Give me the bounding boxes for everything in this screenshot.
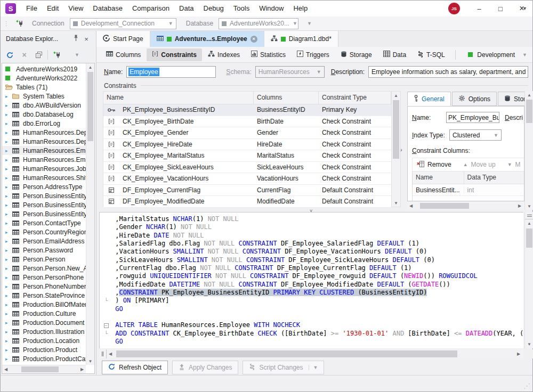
object-tab-triggers[interactable]: Triggers (292, 48, 335, 61)
expand-chevron-icon[interactable]: ▸ (5, 121, 12, 126)
remove-column-button[interactable]: Remove (413, 158, 456, 171)
environment-select[interactable]: Development▼ (468, 51, 532, 59)
tree-item[interactable]: ▸Person.Password (2, 246, 86, 255)
description-select[interactable]: Employee information such as salary, dep… (368, 66, 528, 78)
tree-item[interactable]: ▸dbo.AWBuildVersion (2, 101, 86, 110)
close-tab-icon[interactable]: × (251, 36, 257, 43)
tree-item[interactable]: ▸Production.Document (2, 318, 86, 327)
pin-icon[interactable] (70, 35, 81, 43)
tree-item[interactable]: ▸Person.ContactType (2, 218, 86, 227)
column-header[interactable]: Name (103, 92, 254, 104)
tree-item[interactable]: ▸HumanResources.Depar (2, 137, 86, 146)
expand-chevron-icon[interactable]: ▸ (5, 320, 12, 325)
scroll-left-icon[interactable]: ◀ (2, 367, 10, 372)
expand-chevron-icon[interactable]: ▸ (5, 94, 12, 99)
tree-item[interactable]: ▸dbo.DatabaseLog (2, 110, 86, 119)
table-name-input[interactable]: Employee (126, 66, 216, 78)
schema-select[interactable]: HumanResources ▼ (255, 66, 325, 78)
refresh-icon[interactable] (3, 48, 17, 61)
table-row[interactable]: CK_Employee_VacationHoursVacationHoursCh… (103, 173, 391, 185)
expand-chevron-icon[interactable]: ▸ (5, 103, 12, 108)
column-header[interactable]: Data Type (464, 172, 524, 184)
scroll-up-icon[interactable]: ▲ (86, 63, 94, 71)
expand-chevron-icon[interactable]: ▸ (5, 211, 12, 217)
expand-chevron-icon[interactable]: ▸ (5, 130, 12, 135)
tree-item[interactable]: ▸Production.Illustration (2, 327, 86, 336)
script-changes-button[interactable]: Script Changes▼ (243, 361, 324, 374)
scroll-down-icon[interactable]: ▼ (525, 340, 533, 348)
object-tab-t-sql[interactable]: T-SQL (412, 48, 450, 61)
tree-item[interactable]: ▸HumanResources.JobCa (2, 164, 86, 173)
expand-chevron-icon[interactable]: ▸ (5, 293, 12, 298)
connection-select[interactable]: Development_Connection ▼ (70, 18, 176, 29)
tree-item[interactable]: ▸HumanResources.Depar (2, 128, 86, 137)
move-down-button[interactable]: ▼M (500, 158, 524, 171)
duplicate-window-icon[interactable] (31, 48, 46, 61)
scroll-right-icon[interactable]: ▶ (515, 352, 522, 356)
object-tab-constraints[interactable]: Constraints (147, 48, 202, 61)
database-select[interactable]: AdventureWorks20... ▼ (219, 18, 298, 29)
editor-hscrollbar[interactable]: ◀ ▶ (99, 349, 523, 358)
table-row[interactable]: CK_Employee_BirthDateBirthDateCheck Cons… (103, 116, 391, 128)
tree-item[interactable]: ▸Person.Person (2, 255, 86, 264)
scroll-up-icon[interactable]: ▲ (525, 219, 533, 227)
expand-chevron-icon[interactable]: ▸ (5, 284, 12, 289)
menu-item-window[interactable]: Window (254, 1, 288, 17)
expand-chevron-icon[interactable]: ▸ (5, 338, 12, 344)
table-row[interactable]: CK_Employee_GenderGenderCheck Constraint (103, 127, 391, 139)
expand-chevron-icon[interactable]: ▸ (5, 230, 12, 235)
tree-item[interactable]: ▸System Tables (2, 92, 86, 101)
tree-item[interactable]: AdventureWorks2022 (2, 74, 86, 83)
expand-chevron-icon[interactable]: ▸ (5, 356, 12, 362)
tree-item[interactable]: ▸Person.PersonPhone (2, 273, 86, 282)
constraint-name-input[interactable]: PK_Employee_Busi (446, 112, 499, 123)
expand-chevron-icon[interactable]: ▸ (5, 329, 12, 334)
expand-chevron-icon[interactable]: ▸ (5, 257, 12, 262)
menu-item-database[interactable]: Database (88, 1, 127, 17)
menu-item-debug[interactable]: Debug (199, 1, 229, 17)
maximize-button[interactable]: □ (490, 1, 511, 17)
expand-chevron-icon[interactable]: ▸ (5, 184, 12, 190)
column-header[interactable]: Name (413, 172, 464, 184)
tree-item[interactable]: ▸Production.Product (2, 345, 86, 354)
minimize-button[interactable]: – (469, 1, 490, 17)
tree-item[interactable]: ▸HumanResources.Emplo (2, 155, 86, 164)
expand-chevron-icon[interactable]: ▸ (5, 112, 12, 117)
tree-item[interactable]: ▸Person.BusinessEntityC (2, 209, 86, 218)
expand-chevron-icon[interactable]: ▸ (5, 248, 12, 253)
scroll-down-icon[interactable]: ▼ (525, 202, 533, 210)
expand-chevron-icon[interactable]: ▸ (5, 139, 12, 144)
chevron-down-icon[interactable]: ▼ (309, 365, 318, 370)
menu-item-comparison[interactable]: Comparison (127, 1, 174, 17)
tree-item[interactable]: AdventureWorks2019 (2, 64, 86, 74)
tree-hscrollbar[interactable]: ◀ ▶ (2, 365, 86, 373)
expand-chevron-icon[interactable]: ▸ (5, 266, 12, 271)
tab-list-chevron-icon[interactable]: ▼ (522, 6, 527, 11)
scroll-left-icon[interactable]: ◀ (407, 203, 415, 208)
menu-item-help[interactable]: Help (288, 1, 312, 17)
toolbar-grip[interactable]: ⋮ (3, 20, 9, 27)
expand-chevron-icon[interactable]: ▸ (5, 175, 12, 181)
tree-item[interactable]: ▸Production.Culture (2, 309, 86, 318)
scroll-right-icon[interactable]: ▶ (516, 203, 523, 208)
tree-item[interactable]: ▸Production.BillOfMateria (2, 300, 86, 309)
expand-chevron-icon[interactable]: ▸ (5, 202, 12, 208)
expand-chevron-icon[interactable]: ▸ (5, 275, 12, 280)
table-row[interactable]: DF_Employee_CurrentFlagCurrentFlagDefaul… (103, 185, 391, 197)
editor-vscrollbar[interactable]: ▲ ▼ (524, 212, 533, 348)
expand-chevron-icon[interactable]: ▸ (5, 347, 12, 353)
tree-item[interactable]: ▸HumanResources.Shift (2, 173, 86, 182)
close-button[interactable]: × (511, 1, 532, 17)
tree-item[interactable]: ▸Person.PhoneNumberTy (2, 282, 86, 291)
props-tab-general[interactable]: General (407, 92, 451, 106)
props-tab-options[interactable]: Options (452, 92, 497, 106)
tree-item[interactable]: ▸dbo.ErrorLog (2, 119, 86, 128)
tree-vscrollbar[interactable]: ▲ ▼ (86, 63, 94, 365)
expand-chevron-icon[interactable]: ▸ (5, 311, 12, 316)
expand-chevron-icon[interactable]: ▸ (5, 220, 12, 226)
scroll-up-icon[interactable]: ▲ (392, 92, 400, 99)
column-header[interactable]: Constraint Type (319, 92, 391, 104)
tree-item[interactable]: ▸Person.CountryRegion (2, 227, 86, 236)
props-hscrollbar[interactable]: ◀ ▶ (407, 202, 524, 210)
tree-item[interactable]: ▸Person.BusinessEntity (2, 191, 86, 200)
